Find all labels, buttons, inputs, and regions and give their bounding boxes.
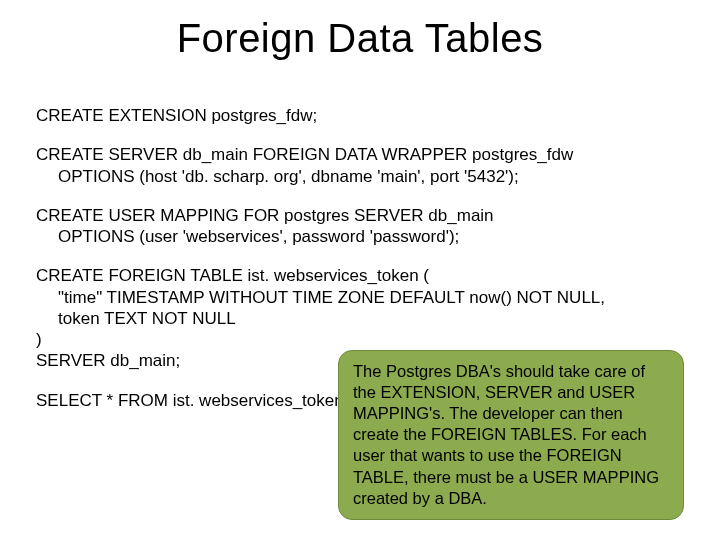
code-line: "time" TIMESTAMP WITHOUT TIME ZONE DEFAU…	[36, 287, 684, 308]
code-line: CREATE USER MAPPING FOR postgres SERVER …	[36, 205, 684, 226]
code-line: CREATE SERVER db_main FOREIGN DATA WRAPP…	[36, 144, 684, 165]
callout-note: The Postgres DBA's should take care of t…	[338, 350, 684, 520]
sql-create-user-mapping: CREATE USER MAPPING FOR postgres SERVER …	[36, 205, 684, 248]
code-line: OPTIONS (host 'db. scharp. org', dbname …	[36, 166, 684, 187]
code-line: CREATE FOREIGN TABLE ist. webservices_to…	[36, 265, 684, 286]
code-line: OPTIONS (user 'webservices', password 'p…	[36, 226, 684, 247]
slide-title: Foreign Data Tables	[0, 16, 720, 61]
slide: Foreign Data Tables CREATE EXTENSION pos…	[0, 0, 720, 540]
code-line: )	[36, 329, 684, 350]
sql-create-extension: CREATE EXTENSION postgres_fdw;	[36, 105, 684, 126]
sql-create-server: CREATE SERVER db_main FOREIGN DATA WRAPP…	[36, 144, 684, 187]
code-line: token TEXT NOT NULL	[36, 308, 684, 329]
